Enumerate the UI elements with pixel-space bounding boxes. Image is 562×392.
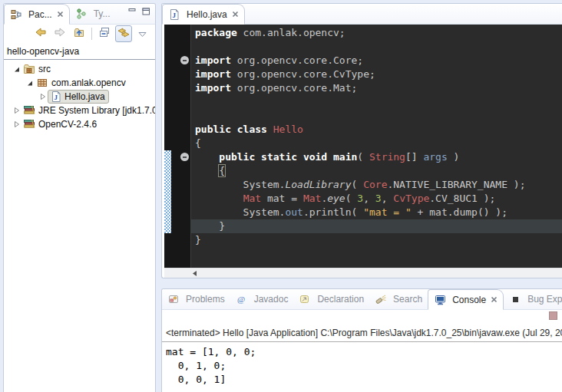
tab-label: Hello.java xyxy=(187,9,227,20)
code-token: public static void main xyxy=(219,151,357,163)
scroll-left-arrow-icon[interactable] xyxy=(192,270,198,277)
forward-button[interactable] xyxy=(51,25,68,42)
code-line xyxy=(191,40,562,54)
twistie-expanded-icon[interactable] xyxy=(13,65,21,73)
code-token: ( xyxy=(357,151,369,163)
fold-collapse-icon[interactable] xyxy=(180,56,189,64)
code-line: System.out.println( "mat = " + mat.dump(… xyxy=(191,206,562,219)
tree-item-com-anlak-opencv[interactable]: com.anlak.opencv xyxy=(4,76,155,90)
editor-gutter xyxy=(164,25,190,268)
package-explorer-icon xyxy=(10,8,22,21)
project-root-label: hello-opencv-java xyxy=(7,46,79,57)
tab-bug-explorer[interactable]: Bug Explorer xyxy=(504,289,562,309)
tab-label: Declaration xyxy=(317,294,364,305)
tab-declaration[interactable]: Declaration xyxy=(293,289,369,309)
tree-item-opencv-2-4-6[interactable]: OpenCV-2.4.6 xyxy=(4,117,155,131)
code-token: CvType xyxy=(393,193,429,204)
tab-hello-java[interactable]: JHello.java xyxy=(162,4,245,25)
editor-panel: JHello.java package com.anlak.opencv;imp… xyxy=(161,3,562,278)
console-output-line: mat = [1, 0, 0; xyxy=(166,345,562,359)
tree-item-label: OpenCV-2.4.6 xyxy=(38,119,97,130)
tree-item-label: JRE System Library [jdk1.7.0 xyxy=(38,105,155,116)
code-token: org.opencv.core.Mat; xyxy=(231,82,357,94)
code-token: .println( xyxy=(303,206,363,218)
tab-search[interactable]: Search xyxy=(369,289,428,309)
toolbar-separator xyxy=(91,28,92,40)
code-line: public class Hello xyxy=(191,123,562,137)
tree-selection: JHello.java xyxy=(48,90,109,104)
fold-collapse-icon[interactable] xyxy=(180,153,189,161)
code-token: "mat = " xyxy=(363,206,412,218)
console-output[interactable]: mat = [1, 0, 0; 0, 1, 0; 0, 0, 1] xyxy=(162,342,562,387)
code-token: { xyxy=(219,165,225,176)
back-arrow-icon xyxy=(35,26,47,41)
tab-pac-[interactable]: Pac... xyxy=(4,4,70,25)
tab-label: Pac... xyxy=(28,9,52,20)
twistie-collapsed-icon[interactable] xyxy=(39,93,47,100)
code-line: } xyxy=(191,233,562,247)
maximize-icon[interactable] xyxy=(142,8,150,24)
twistie-collapsed-icon[interactable] xyxy=(13,120,21,128)
tab-console[interactable]: Console xyxy=(428,289,504,310)
minimize-icon[interactable] xyxy=(128,8,137,24)
code-line: import org.opencv.core.CvType; xyxy=(191,68,562,81)
tree-item-hello-java[interactable]: JHello.java xyxy=(4,90,155,104)
editor-body: package com.anlak.opencv;import org.open… xyxy=(164,25,562,268)
close-icon[interactable] xyxy=(232,11,239,18)
source-folder-icon xyxy=(23,63,35,75)
terminate-icon[interactable] xyxy=(549,311,557,320)
svg-text:J: J xyxy=(55,94,58,101)
svg-text:@: @ xyxy=(237,295,245,304)
tab-label: Javadoc xyxy=(254,294,289,305)
package-explorer-tabbar: Pac...Ty... xyxy=(4,4,155,25)
code-token: { xyxy=(195,137,201,149)
tree-item-jre-system-library-jdk1-7-0[interactable]: JRE System Library [jdk1.7.0 xyxy=(4,104,155,117)
code-editor[interactable]: package com.anlak.opencv;import org.open… xyxy=(190,25,562,268)
code-token: .CV_8UC1 ); xyxy=(429,193,495,204)
twistie-collapsed-icon[interactable] xyxy=(13,107,21,114)
eclipse-window: Pac...Ty... hello-opencv-java srccom.anl… xyxy=(0,0,562,392)
code-token: import xyxy=(195,54,231,66)
console-output-line: 0, 0, 1] xyxy=(166,373,562,387)
tab-ty-[interactable]: Ty... xyxy=(70,4,116,24)
close-icon[interactable] xyxy=(57,11,64,18)
tab-problems[interactable]: Problems xyxy=(162,289,230,309)
project-root-item[interactable]: hello-opencv-java xyxy=(4,43,155,60)
code-token: eye xyxy=(327,193,345,204)
package-explorer-tree: srccom.anlak.opencvJHello.javaJRE System… xyxy=(4,60,155,131)
java-file-icon: J xyxy=(50,91,62,103)
up-button[interactable] xyxy=(71,25,88,42)
code-token: , xyxy=(363,193,375,204)
link-editor-icon xyxy=(117,27,131,41)
library-icon xyxy=(23,104,35,117)
view-menu-button[interactable] xyxy=(134,25,151,42)
editor-horizontal-scrollbar[interactable] xyxy=(164,268,562,278)
code-line xyxy=(191,109,562,123)
code-line: } xyxy=(191,219,562,233)
code-token: ( xyxy=(345,193,358,204)
code-token xyxy=(195,165,219,176)
code-line: { xyxy=(191,164,562,178)
console-icon xyxy=(434,294,446,306)
code-token: System. xyxy=(195,206,285,218)
tab-label: Bug Explorer xyxy=(527,294,562,305)
bottom-tabbar: Problems@JavadocDeclarationSearchConsole… xyxy=(162,289,562,310)
tree-item-label: Hello.java xyxy=(64,91,105,102)
code-token: , xyxy=(382,193,394,204)
link-with-editor-button[interactable] xyxy=(115,25,132,42)
code-token: package xyxy=(195,27,237,38)
declaration-icon xyxy=(299,293,311,305)
console-status-line: <terminated> Hello [Java Application] C:… xyxy=(162,322,562,342)
code-token: ) xyxy=(448,151,460,163)
range-indicator xyxy=(164,150,171,233)
code-token: System. xyxy=(195,179,285,190)
tab-javadoc[interactable]: @Javadoc xyxy=(230,289,294,309)
back-button[interactable] xyxy=(32,25,49,42)
code-token: + mat.dump() ); xyxy=(412,206,507,218)
editor-tabbar: JHello.java xyxy=(162,4,562,25)
twistie-expanded-icon[interactable] xyxy=(26,79,34,87)
collapse-all-button[interactable] xyxy=(96,25,113,42)
close-icon[interactable] xyxy=(491,296,498,303)
search-icon xyxy=(375,293,387,305)
tree-item-src[interactable]: src xyxy=(4,62,155,76)
